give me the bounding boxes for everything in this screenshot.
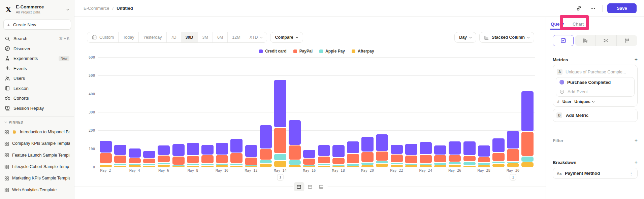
bar-segment-apple-pay[interactable] (478, 163, 490, 165)
bar-segment-apple-pay[interactable] (129, 164, 141, 165)
bar-segment-afterpay[interactable] (492, 164, 505, 167)
bar-segment-paypal[interactable] (187, 156, 199, 163)
bar-segment-credit-card[interactable] (245, 145, 257, 157)
bar-segment-paypal[interactable] (463, 156, 476, 161)
pinned-board-marketing-kpis-sample-templat[interactable]: Marketing KPIs Sample Templat (0, 172, 74, 184)
bar-segment-credit-card[interactable] (318, 145, 330, 156)
bar-segment-credit-card[interactable] (405, 144, 417, 155)
bar-segment-apple-pay[interactable] (521, 157, 534, 162)
bar-segment-afterpay[interactable] (143, 166, 155, 167)
bar-segment-paypal[interactable] (289, 145, 301, 159)
bar-segment-afterpay[interactable] (434, 165, 446, 167)
add-filter-plus-icon[interactable]: + (635, 138, 638, 143)
bar-segment-paypal[interactable] (129, 158, 141, 163)
bar-segment-apple-pay[interactable] (289, 160, 301, 165)
legend-item-afterpay[interactable]: Afterpay (352, 49, 374, 54)
pinned-board-feature-launch-sample-templa[interactable]: Feature Launch Sample Templa (0, 150, 74, 161)
breakdown-item[interactable]: Aa Payment Method ⋮ (553, 168, 638, 179)
bar-segment-paypal[interactable] (260, 149, 272, 160)
bar-segment-apple-pay[interactable] (143, 164, 155, 165)
bar-segment-afterpay[interactable] (289, 165, 301, 167)
sidebar-item-discover[interactable]: Discover (0, 44, 74, 54)
view-tab-insights[interactable] (553, 35, 574, 46)
compare-button[interactable]: Compare (270, 32, 303, 43)
bar-segment-afterpay[interactable] (172, 166, 185, 167)
bar-segment-apple-pay[interactable] (405, 164, 417, 165)
bar-segment-apple-pay[interactable] (361, 163, 374, 165)
bar-segment-afterpay[interactable] (405, 165, 417, 167)
bar-segment-paypal[interactable] (274, 128, 286, 154)
bar-segment-apple-pay[interactable] (100, 164, 112, 164)
bar-segment-paypal[interactable] (434, 155, 446, 162)
bar-segment-afterpay[interactable] (114, 166, 126, 167)
bar-segment-paypal[interactable] (376, 152, 388, 161)
bar-segment-afterpay[interactable] (129, 165, 141, 167)
bar-segment-credit-card[interactable] (143, 151, 155, 158)
bar-segment-credit-card[interactable] (158, 145, 170, 155)
bar-segment-credit-card[interactable] (507, 131, 519, 148)
bar-segment-apple-pay[interactable] (332, 165, 345, 166)
copy-link-icon[interactable] (574, 4, 583, 13)
bar-segment-apple-pay[interactable] (216, 164, 228, 165)
breadcrumb-project[interactable]: E-Commerce (84, 6, 109, 11)
bar-segment-afterpay[interactable] (521, 162, 534, 167)
bar-segment-paypal[interactable] (158, 156, 170, 163)
bar-segment-credit-card[interactable] (478, 145, 490, 157)
bar-segment-afterpay[interactable] (201, 166, 214, 167)
add-metric-card[interactable]: B Add Metric (553, 109, 638, 122)
bar-segment-apple-pay[interactable] (303, 165, 315, 166)
tab-query[interactable]: Query (551, 22, 564, 30)
metric-formula-row[interactable]: A Uniques of Purchase Comple... (556, 67, 635, 76)
pinned-section-header[interactable]: PINNED (0, 119, 74, 126)
bar-segment-apple-pay[interactable] (230, 164, 243, 165)
bar-segment-apple-pay[interactable] (449, 162, 461, 164)
bar-segment-paypal[interactable] (492, 153, 505, 161)
legend-item-apple-pay[interactable]: Apple Pay (319, 49, 345, 54)
pinned-board-introduction-to-mixpanel-bo[interactable]: Introduction to Mixpanel Bo (0, 126, 74, 138)
layout-toggle-chart-only[interactable] (305, 182, 315, 191)
bar-segment-apple-pay[interactable] (245, 165, 257, 166)
bar-segment-credit-card[interactable] (521, 91, 534, 131)
granularity-dropdown[interactable]: Day (454, 32, 476, 43)
bar-segment-afterpay[interactable] (391, 165, 403, 167)
bar-segment-credit-card[interactable] (332, 145, 345, 158)
bar-segment-credit-card[interactable] (347, 141, 359, 153)
bar-segment-afterpay[interactable] (420, 165, 432, 167)
bar-segment-paypal[interactable] (507, 149, 519, 161)
more-options-icon[interactable] (588, 4, 598, 13)
bar-segment-credit-card[interactable] (129, 148, 141, 158)
bar-segment-paypal[interactable] (318, 157, 330, 163)
bar-segment-afterpay[interactable] (449, 165, 461, 167)
bar-segment-afterpay[interactable] (245, 166, 257, 167)
bar-segment-credit-card[interactable] (289, 120, 301, 145)
bar-segment-paypal[interactable] (172, 157, 185, 165)
annotation-badge[interactable]: 1 (510, 174, 516, 180)
bar-segment-paypal[interactable] (332, 158, 345, 164)
bar-segment-credit-card[interactable] (420, 142, 432, 154)
bar-segment-afterpay[interactable] (187, 166, 199, 167)
bar-segment-afterpay[interactable] (478, 165, 490, 167)
layout-toggle-split[interactable] (294, 182, 304, 191)
bar-segment-afterpay[interactable] (158, 165, 170, 167)
project-switcher[interactable]: X E-Commerce All Project Data (0, 0, 74, 18)
bar-segment-credit-card[interactable] (361, 137, 374, 152)
bar-segment-credit-card[interactable] (260, 125, 272, 148)
bar-segment-afterpay[interactable] (260, 164, 272, 167)
range-yesterday[interactable]: Yesterday (138, 32, 166, 42)
bar-segment-apple-pay[interactable] (158, 163, 170, 164)
event-row[interactable]: Purchase Completed (556, 77, 634, 87)
bar-segment-paypal[interactable] (420, 155, 432, 163)
bar-segment-paypal[interactable] (143, 159, 155, 163)
bar-segment-paypal[interactable] (245, 158, 257, 165)
range-12m[interactable]: 12M (227, 32, 245, 42)
bar-segment-apple-pay[interactable] (172, 165, 185, 166)
breakdown-options-icon[interactable]: ⋮ (629, 171, 634, 176)
bar-segment-afterpay[interactable] (347, 166, 359, 167)
range-7d[interactable]: 7D (166, 32, 181, 42)
annotation-badge[interactable]: 1 (277, 174, 284, 180)
bar-segment-credit-card[interactable] (492, 138, 505, 152)
bar-segment-apple-pay[interactable] (347, 164, 359, 166)
bar-segment-credit-card[interactable] (303, 150, 315, 158)
bar-segment-apple-pay[interactable] (492, 162, 505, 163)
bar-segment-credit-card[interactable] (463, 141, 476, 155)
